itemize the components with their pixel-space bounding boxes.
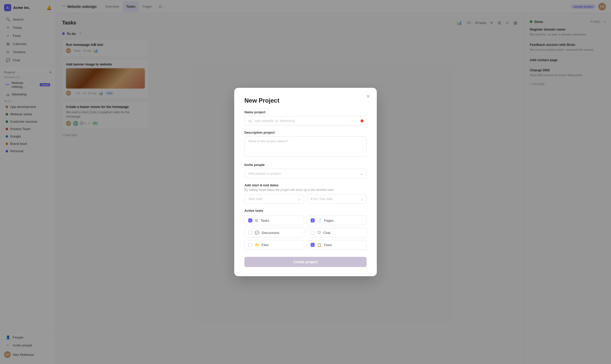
end-date-wrapper: End / Due date <box>307 194 367 204</box>
tool-item-chat[interactable]: 🗨 Chat <box>307 228 367 237</box>
tool-item-pages[interactable]: ✓ 📄 Pages <box>307 216 367 225</box>
tool-label: Chat <box>323 231 330 235</box>
desc-label: Description project <box>244 131 367 134</box>
desc-textarea[interactable] <box>244 136 367 157</box>
pages-tool-icon: 📄 <box>317 218 322 222</box>
end-date-select[interactable]: End / Due date <box>307 194 367 204</box>
tools-grid: ✓ ☰ Tasks ✓ 📄 Pages 💬 Discussions <box>244 216 367 250</box>
dates-subtitle: By setting these dates the project will … <box>244 188 367 192</box>
invite-label: Invite people <box>244 163 367 167</box>
tool-label: Pages <box>324 219 334 222</box>
tool-label: Tasks <box>261 219 269 222</box>
invite-form-group: Invite people Add people to project <box>244 163 367 178</box>
tasks-tool-icon: ☰ <box>255 218 258 222</box>
tool-checkbox-chat[interactable] <box>311 231 315 235</box>
feed-tool-icon: 📋 <box>317 243 322 247</box>
start-date-wrapper: Start date <box>244 194 304 204</box>
create-project-button[interactable]: Create project <box>244 257 367 267</box>
tool-checkbox-files[interactable] <box>248 243 252 247</box>
name-input[interactable] <box>244 116 367 125</box>
name-input-wrapper <box>244 116 367 125</box>
name-label: Name project <box>244 110 367 114</box>
tool-item-discussions[interactable]: 💬 Discussions <box>244 228 304 237</box>
tool-checkbox-tasks[interactable]: ✓ <box>248 218 252 222</box>
dates-section: Add start & end dates By setting these d… <box>244 183 367 204</box>
modal-overlay[interactable]: ✕ New Project Name project Description p… <box>0 0 611 364</box>
desc-form-group: Description project <box>244 131 367 158</box>
chat-tool-icon: 🗨 <box>317 231 321 235</box>
required-indicator <box>360 119 364 122</box>
tool-label: Feed <box>324 243 332 247</box>
dates-label: Add start & end dates <box>244 183 367 187</box>
tool-checkbox-pages[interactable]: ✓ <box>311 218 315 222</box>
invite-select-wrapper: Add people to project <box>244 169 367 178</box>
modal-close-button[interactable]: ✕ <box>365 93 372 100</box>
tools-section: Active tools ✓ ☰ Tasks ✓ 📄 Pages 💬 <box>244 209 367 250</box>
start-date-select[interactable]: Start date <box>244 194 304 204</box>
tool-item-tasks[interactable]: ✓ ☰ Tasks <box>244 216 304 225</box>
discussions-tool-icon: 💬 <box>255 231 259 235</box>
name-form-group: Name project <box>244 110 367 125</box>
tool-label: Discussions <box>262 231 279 235</box>
tool-checkbox-discussions[interactable] <box>248 231 252 235</box>
tool-checkbox-feed[interactable]: ✓ <box>311 243 315 247</box>
dates-row: Start date End / Due date <box>244 194 367 204</box>
tool-item-files[interactable]: 📁 Files <box>244 240 304 250</box>
files-tool-icon: 📁 <box>255 243 259 247</box>
new-project-modal: ✕ New Project Name project Description p… <box>234 88 377 276</box>
tool-label: Files <box>262 243 269 247</box>
tool-item-feed[interactable]: ✓ 📋 Feed <box>307 240 367 250</box>
modal-title: New Project <box>244 97 367 104</box>
invite-select[interactable]: Add people to project <box>244 169 367 178</box>
tools-label: Active tools <box>244 209 367 213</box>
